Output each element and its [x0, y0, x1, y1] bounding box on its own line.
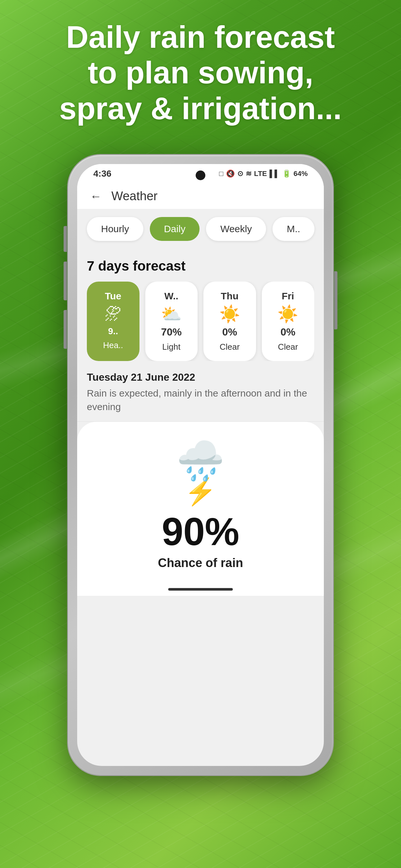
tab-bar: Hourly Daily Weekly M.. [77, 209, 324, 249]
rain-chance-pct: 90% [162, 510, 239, 553]
date-section: Tuesday 21 June 2022 Rain is expected, m… [77, 371, 324, 422]
hero-section: Daily rain forecast to plan sowing, spra… [0, 20, 401, 126]
day-desc-fri: Clear [278, 342, 298, 352]
tab-more[interactable]: M.. [273, 217, 314, 241]
mute-icon: 🔇 [226, 169, 235, 178]
day-name-wed: W.. [164, 290, 178, 302]
day-pct-fri: 0% [281, 326, 296, 338]
day-card-thu[interactable]: Thu ☀️ 0% Clear [204, 282, 256, 361]
day-card-fri[interactable]: Fri ☀️ 0% Clear [262, 282, 314, 361]
notification-icon: □ [219, 169, 223, 178]
home-indicator [77, 583, 324, 596]
day-card-tue[interactable]: Tue ⛈ 9.. Hea.. [87, 282, 140, 361]
power-button [334, 271, 337, 330]
cloud-icon: 🌧️ [176, 441, 225, 480]
status-time: 4:36 [93, 168, 112, 179]
day-name-fri: Fri [282, 290, 294, 302]
back-button[interactable]: ← [90, 190, 102, 203]
selected-date: Tuesday 21 June 2022 [87, 371, 314, 383]
phone-device: 4:36 □ 🔇 ⊙ ≋ LTE ▌▌ 🔋 64% ← Weather [68, 155, 333, 775]
tab-daily[interactable]: Daily [150, 217, 200, 241]
top-nav: ← Weather [77, 183, 324, 209]
signal-icon: ▌▌ [270, 169, 280, 178]
volume-silent-button [64, 226, 67, 252]
day-card-wed[interactable]: W.. ⛅ 70% Light [145, 282, 198, 361]
wifi-icon: ≋ [246, 169, 251, 178]
phone-frame: 4:36 □ 🔇 ⊙ ≋ LTE ▌▌ 🔋 64% ← Weather [68, 155, 333, 775]
day-icon-fri: ☀️ [277, 306, 298, 322]
status-icons: □ 🔇 ⊙ ≋ LTE ▌▌ 🔋 64% [219, 169, 308, 178]
forecast-title: 7 days forecast [87, 258, 314, 274]
phone-screen: 4:36 □ 🔇 ⊙ ≋ LTE ▌▌ 🔋 64% ← Weather [77, 164, 324, 766]
day-icon-thu: ☀️ [219, 306, 240, 322]
volume-down-button [64, 310, 67, 349]
tab-weekly[interactable]: Weekly [206, 217, 266, 241]
tab-hourly[interactable]: Hourly [87, 217, 143, 241]
day-pct-wed: 70% [161, 326, 182, 338]
day-pct-tue: 9.. [108, 326, 118, 337]
detail-card: 🌧️ ⚡ 90% Chance of rain [77, 422, 324, 583]
day-desc-tue: Hea.. [103, 340, 123, 350]
day-pct-thu: 0% [222, 326, 237, 338]
day-name-tue: Tue [105, 290, 121, 302]
day-name-thu: Thu [221, 290, 239, 302]
day-icon-tue: ⛈ [104, 306, 121, 322]
main-content: 7 days forecast Tue ⛈ 9.. Hea.. W.. ⛅ 70… [77, 249, 324, 361]
battery-pct: 64% [294, 169, 308, 178]
hero-title: Daily rain forecast to plan sowing, spra… [26, 20, 375, 126]
day-icon-wed: ⛅ [161, 306, 182, 322]
lte-icon: LTE [254, 169, 267, 178]
weather-description: Rain is expected, mainly in the afternoo… [87, 386, 314, 414]
rain-chance-label: Chance of rain [158, 556, 243, 570]
home-bar [168, 588, 233, 591]
day-desc-thu: Clear [220, 342, 240, 352]
location-icon: ⊙ [237, 169, 243, 178]
battery-icon: 🔋 [282, 169, 291, 178]
day-cards-row: Tue ⛈ 9.. Hea.. W.. ⛅ 70% Light Thu [87, 282, 314, 361]
volume-up-button [64, 261, 67, 300]
page-title: Weather [112, 189, 158, 203]
day-desc-wed: Light [162, 342, 181, 352]
camera [196, 170, 205, 180]
